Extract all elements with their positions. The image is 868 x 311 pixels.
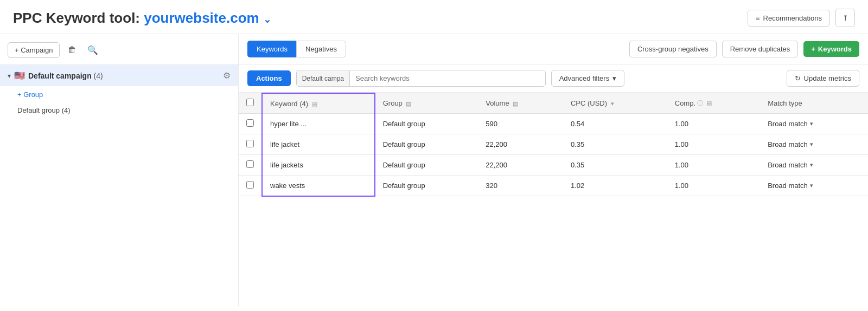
col-header-keyword[interactable]: Keyword (4) ▤ xyxy=(262,93,375,114)
row-keyword: wake vests xyxy=(262,176,375,196)
select-all-checkbox[interactable] xyxy=(246,99,254,106)
row-volume: 590 xyxy=(478,114,563,134)
row-comp: 1.00 xyxy=(667,134,760,155)
campaign-flag: 🇺🇸 xyxy=(14,70,25,81)
export-button[interactable]: ⤒ xyxy=(835,9,855,27)
match-type-chevron-icon: ▾ xyxy=(810,161,813,169)
settings-icon[interactable]: ⚙ xyxy=(223,70,231,81)
keywords-table-wrapper: Keyword (4) ▤ Group ▤ Volume ▤ CPC (US xyxy=(239,93,868,306)
row-group: Default group xyxy=(375,176,478,196)
actions-button[interactable]: Actions xyxy=(247,70,291,86)
chevron-down-icon: ▾ xyxy=(612,74,616,82)
sort-icon-keyword: ▤ xyxy=(312,101,317,107)
row-cpc: 0.35 xyxy=(563,155,667,176)
content-area: Keywords Negatives Cross-group negatives… xyxy=(239,34,868,306)
table-row: hyper lite ... Default group 590 0.54 1.… xyxy=(239,114,868,134)
sort-icon-group: ▤ xyxy=(406,100,411,107)
add-group-button[interactable]: + Group xyxy=(0,86,238,102)
row-comp: 1.00 xyxy=(667,155,760,176)
row-checkbox[interactable] xyxy=(246,160,254,168)
campaign-chevron-icon: ▾ xyxy=(8,72,11,80)
row-volume: 22,200 xyxy=(478,134,563,155)
row-cpc: 0.35 xyxy=(563,134,667,155)
row-cpc: 1.02 xyxy=(563,176,667,196)
plus-icon: + xyxy=(811,45,815,53)
tabs-right-actions: Cross-group negatives Remove duplicates … xyxy=(629,41,859,57)
search-icon: 🔍 xyxy=(87,45,98,55)
table-row: life jacket Default group 22,200 0.35 1.… xyxy=(239,134,868,155)
tab-keywords[interactable]: Keywords xyxy=(247,41,296,57)
export-icon: ⤒ xyxy=(843,14,848,22)
col-header-cpc[interactable]: CPC (USD) ▾ xyxy=(563,93,667,114)
row-match-type[interactable]: Broad match ▾ xyxy=(760,134,868,155)
table-row: wake vests Default group 320 1.02 1.00 B… xyxy=(239,176,868,196)
tab-group: Keywords Negatives xyxy=(247,41,346,57)
tabs-bar: Keywords Negatives Cross-group negatives… xyxy=(239,34,868,64)
match-type-chevron-icon: ▾ xyxy=(810,141,813,148)
row-keyword: life jackets xyxy=(262,155,375,176)
sort-icon-cpc: ▾ xyxy=(611,100,614,107)
sort-icon-volume: ▤ xyxy=(513,100,518,107)
row-comp: 1.00 xyxy=(667,176,760,196)
table-row: life jackets Default group 22,200 0.35 1… xyxy=(239,155,868,176)
row-checkbox-cell xyxy=(239,176,262,196)
row-group: Default group xyxy=(375,155,478,176)
row-match-type[interactable]: Broad match ▾ xyxy=(760,114,868,134)
info-icon: ⓘ xyxy=(697,99,703,107)
search-group: Default campa xyxy=(296,70,546,87)
row-volume: 22,200 xyxy=(478,155,563,176)
refresh-icon: ↻ xyxy=(795,74,801,82)
campaign-filter-label: Default campa xyxy=(297,71,350,86)
row-keyword: hyper lite ... xyxy=(262,114,375,134)
campaign-item[interactable]: ▾ 🇺🇸 Default campaign (4) ⚙ xyxy=(0,65,238,86)
domain-chevron-icon[interactable]: ⌄ xyxy=(263,14,271,25)
add-campaign-button[interactable]: + Campaign xyxy=(8,42,60,58)
row-checkbox-cell xyxy=(239,134,262,155)
campaign-name: Default campaign (4) xyxy=(28,72,220,80)
row-comp: 1.00 xyxy=(667,114,760,134)
update-metrics-button[interactable]: ↻ Update metrics xyxy=(787,70,859,87)
search-input[interactable] xyxy=(350,70,545,86)
actions-bar: Actions Default campa Advanced filters ▾… xyxy=(239,64,868,93)
row-checkbox-cell xyxy=(239,155,262,176)
match-type-chevron-icon: ▾ xyxy=(810,120,813,127)
header-checkbox-cell xyxy=(239,93,262,114)
row-checkbox[interactable] xyxy=(246,140,254,147)
col-header-comp[interactable]: Comp. ⓘ ▤ xyxy=(667,93,760,114)
page-header: PPC Keyword tool: yourwebsite.com ⌄ ≡ Re… xyxy=(0,0,868,34)
table-header-row: Keyword (4) ▤ Group ▤ Volume ▤ CPC (US xyxy=(239,93,868,114)
row-keyword: life jacket xyxy=(262,134,375,155)
add-keywords-button[interactable]: + Keywords xyxy=(803,41,859,57)
domain-link[interactable]: yourwebsite.com xyxy=(144,10,259,26)
table-body: hyper lite ... Default group 590 0.54 1.… xyxy=(239,114,868,196)
col-header-volume[interactable]: Volume ▤ xyxy=(478,93,563,114)
delete-button[interactable]: 🗑 xyxy=(64,42,80,58)
sidebar: + Campaign 🗑 🔍 ▾ 🇺🇸 Default campaign (4)… xyxy=(0,34,239,306)
row-match-type[interactable]: Broad match ▾ xyxy=(760,176,868,196)
row-group: Default group xyxy=(375,114,478,134)
row-match-type[interactable]: Broad match ▾ xyxy=(760,155,868,176)
header-actions: ≡ Recommendations ⤒ xyxy=(748,9,855,27)
row-checkbox[interactable] xyxy=(246,181,254,189)
default-group-item[interactable]: Default group (4) xyxy=(0,102,238,119)
row-checkbox-cell xyxy=(239,114,262,134)
page-title: PPC Keyword tool: yourwebsite.com ⌄ xyxy=(13,10,271,27)
col-header-group[interactable]: Group ▤ xyxy=(375,93,478,114)
col-header-match-type: Match type xyxy=(760,93,868,114)
search-button[interactable]: 🔍 xyxy=(85,42,101,58)
main-layout: + Campaign 🗑 🔍 ▾ 🇺🇸 Default campaign (4)… xyxy=(0,34,868,306)
keywords-table: Keyword (4) ▤ Group ▤ Volume ▤ CPC (US xyxy=(239,93,868,197)
recommendations-icon: ≡ xyxy=(756,14,760,22)
advanced-filters-button[interactable]: Advanced filters ▾ xyxy=(551,70,625,87)
sidebar-toolbar: + Campaign 🗑 🔍 xyxy=(0,42,238,65)
trash-icon: 🗑 xyxy=(68,45,76,55)
sort-icon-comp: ▤ xyxy=(706,100,712,107)
match-type-chevron-icon: ▾ xyxy=(810,182,813,189)
recommendations-button[interactable]: ≡ Recommendations xyxy=(748,10,830,27)
row-group: Default group xyxy=(375,134,478,155)
cross-group-negatives-button[interactable]: Cross-group negatives xyxy=(629,41,717,57)
row-checkbox[interactable] xyxy=(246,119,254,127)
tab-negatives[interactable]: Negatives xyxy=(296,41,346,57)
row-cpc: 0.54 xyxy=(563,114,667,134)
remove-duplicates-button[interactable]: Remove duplicates xyxy=(722,41,799,57)
